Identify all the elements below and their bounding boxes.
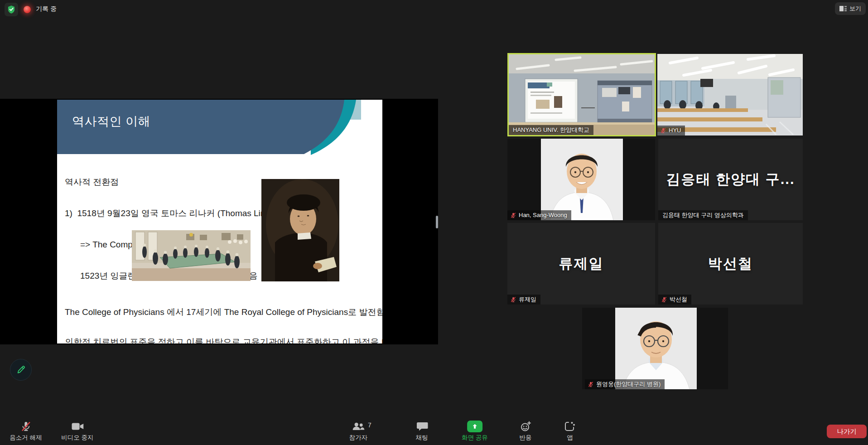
- video-tile-hanyang-univ[interactable]: HANYANG UNIV. 한양대학교: [507, 53, 656, 136]
- unmute-button[interactable]: 음소거 해제: [10, 420, 42, 442]
- meeting-toolbar: 음소거 해제 비디오 중지 참가자: [0, 418, 868, 445]
- zoom-meeting-window: 기록 중 보기 역사적인 이해 역사적 전환점 1) 1518년 9월23일 영…: [0, 0, 868, 445]
- slide-bottom-line: The College of Physicians 에서 17세기에 The R…: [65, 307, 382, 317]
- shared-screen-area: 역사적인 이해 역사적 전환점 1) 1518년 9월23일 영국 토마스 리나…: [0, 99, 438, 344]
- shield-check-icon: [7, 5, 16, 15]
- mic-muted-icon: [20, 421, 31, 432]
- video-tile-hyu[interactable]: HYU: [657, 54, 803, 135]
- leave-button[interactable]: 나가기: [827, 425, 867, 438]
- pencil-icon: [16, 365, 26, 375]
- reactions-smiley-icon: [520, 421, 531, 432]
- participants-button[interactable]: 참가자: [349, 420, 368, 442]
- video-tile-won-yeong-ung[interactable]: 원영웅(한양대구리 병원): [582, 308, 728, 389]
- chat-label: 채팅: [416, 434, 428, 442]
- view-button[interactable]: 보기: [835, 2, 866, 15]
- slide-bottom-line: 의학적 치료법의 표준을 정하고 이를 바탕으로 교육기관에서 표준화하고 이 …: [65, 337, 382, 343]
- view-button-label: 보기: [849, 5, 861, 13]
- slide-title: 역사적인 이해: [72, 113, 150, 130]
- share-screen-label: 화면 공유: [462, 434, 488, 442]
- slide-body-line: 1) 1518년 9월23일 영국 토마스 리나커 (Thomas Linacr…: [65, 208, 285, 218]
- participant-name-label: Han, Sang-Woong: [507, 210, 571, 220]
- profile-photo: [615, 308, 697, 389]
- slide-bottom-text: The College of Physicians 에서 17세기에 The R…: [65, 287, 382, 343]
- participant-display-name: 류제일: [507, 223, 655, 305]
- muted-mic-icon: [661, 296, 667, 303]
- video-tile-park-seon-cheol[interactable]: 박선철 박선철: [658, 223, 803, 305]
- participant-name-label: 원영웅(한양대구리 병원): [585, 379, 665, 389]
- video-tile-han-sang-woong[interactable]: Han, Sang-Woong: [507, 139, 655, 220]
- slide-body-line: 역사적 전환점: [65, 177, 285, 187]
- apps-label: 앱: [567, 434, 573, 442]
- reactions-label: 반응: [520, 434, 532, 442]
- content-resize-handle[interactable]: [436, 216, 438, 228]
- annotate-button[interactable]: [10, 359, 32, 381]
- participant-name-label: HYU: [657, 126, 685, 135]
- profile-photo: [541, 139, 623, 220]
- participant-name-label: 박선철: [658, 295, 691, 305]
- recording-label: 기록 중: [36, 5, 57, 13]
- apps-button[interactable]: 앱: [564, 420, 576, 442]
- participant-display-name: 박선철: [658, 223, 803, 305]
- video-tile-ryu-je-il[interactable]: 류제일 류제일: [507, 223, 655, 305]
- classroom-desks-video: [657, 54, 803, 135]
- muted-mic-icon: [510, 212, 516, 218]
- slide-header-graphic: [57, 100, 382, 161]
- chat-button[interactable]: 채팅: [416, 420, 428, 442]
- unmute-label: 음소거 해제: [10, 434, 42, 442]
- participant-name-label: HANYANG UNIV. 한양대학교: [509, 125, 593, 135]
- college-meeting-painting: [132, 230, 251, 281]
- muted-mic-icon: [660, 127, 666, 134]
- gallery-grid-icon: [839, 6, 847, 11]
- share-screen-icon: [467, 421, 482, 432]
- chat-bubble-icon: [416, 421, 428, 432]
- video-tile-kim-eung-tae[interactable]: 김응태 한양대 구... 김응태 한양대 구리 영상의학과: [658, 139, 803, 220]
- participants-label: 참가자: [349, 434, 368, 442]
- video-camera-icon: [71, 421, 84, 431]
- classroom-screens-video: [509, 54, 655, 135]
- security-shield-button[interactable]: [5, 3, 18, 16]
- participants-count: 7: [368, 421, 371, 429]
- participant-name-label: 류제일: [507, 295, 540, 305]
- muted-mic-icon: [588, 381, 594, 387]
- presentation-slide: 역사적인 이해 역사적 전환점 1) 1518년 9월23일 영국 토마스 리나…: [57, 100, 382, 343]
- stop-video-label: 비디오 중지: [61, 434, 93, 442]
- recording-indicator-icon: [24, 6, 31, 13]
- stop-video-button[interactable]: 비디오 중지: [61, 420, 93, 442]
- participant-name-label: 김응태 한양대 구리 영상의학과: [658, 210, 748, 220]
- participants-icon: [352, 421, 365, 432]
- thomas-linacre-portrait: [261, 179, 339, 281]
- apps-icon: [564, 421, 576, 432]
- participant-display-name: 김응태 한양대 구...: [658, 139, 803, 220]
- muted-mic-icon: [510, 296, 516, 303]
- share-screen-button[interactable]: 화면 공유: [462, 420, 488, 442]
- reactions-button[interactable]: 반응: [520, 420, 532, 442]
